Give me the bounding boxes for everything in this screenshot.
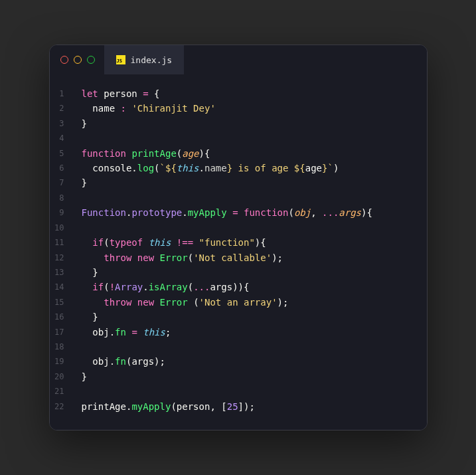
line-number: 8 [50,191,76,205]
line-number: 20 [50,369,76,384]
line-number: 15 [50,295,76,310]
line-number: 9 [50,205,76,220]
line-number: 1 [50,86,76,101]
code-content: } [76,310,98,324]
code-content: function printAge(age){ [76,146,210,161]
code-content [76,221,82,235]
code-content: printAge.myApply(person, [25]); [76,399,255,414]
code-line: 17 obj.fn = this; [50,325,427,339]
code-content: if(typeof this !== "function"){ [76,235,266,250]
code-line: 18 [50,339,427,354]
code-line: 8 [50,191,427,205]
line-number: 17 [50,325,76,339]
code-content: } [76,369,87,384]
line-number: 4 [50,131,76,145]
line-number: 14 [50,280,76,294]
line-number: 10 [50,221,76,235]
code-content [76,384,82,399]
code-content: } [76,175,87,190]
code-line: 4 [50,131,427,145]
code-editor[interactable]: 1let person = {2 name : 'Chiranjit Dey'3… [50,74,427,430]
code-content: } [76,116,87,131]
titlebar: JS index.js [50,45,427,74]
close-icon[interactable] [60,56,68,64]
code-line: 15 throw new Error ('Not an array'); [50,295,427,310]
line-number: 3 [50,116,76,131]
code-content: throw new Error ('Not an array'); [76,295,289,310]
code-content: obj.fn(args); [76,354,165,369]
line-number: 18 [50,339,76,354]
code-content: } [76,265,98,280]
code-line: 13 } [50,265,427,280]
code-line: 6 console.log(`${this.name} is of age ${… [50,161,427,175]
maximize-icon[interactable] [87,56,95,64]
code-line: 7} [50,175,427,190]
code-line: 22printAge.myApply(person, [25]); [50,399,427,414]
line-number: 22 [50,399,76,414]
code-content [76,339,82,354]
code-line: 1let person = { [50,86,427,101]
code-content: throw new Error('Not callable'); [76,250,283,265]
line-number: 7 [50,175,76,190]
line-number: 6 [50,161,76,175]
js-file-icon: JS [116,55,125,64]
line-number: 5 [50,146,76,161]
tab-filename: index.js [131,55,173,65]
code-content: Function.prototype.myApply = function(ob… [76,205,372,220]
tab-active[interactable]: JS index.js [104,45,185,74]
line-number: 21 [50,384,76,399]
code-line: 2 name : 'Chiranjit Dey' [50,101,427,116]
code-line: 10 [50,221,427,235]
line-number: 2 [50,101,76,116]
line-number: 19 [50,354,76,369]
line-number: 12 [50,250,76,265]
code-line: 11 if(typeof this !== "function"){ [50,235,427,250]
code-content [76,191,82,205]
code-content: let person = { [76,86,160,101]
code-content: name : 'Chiranjit Dey' [76,101,216,116]
code-line: 9Function.prototype.myApply = function(o… [50,205,427,220]
code-line: 14 if(!Array.isArray(...args)){ [50,280,427,294]
code-line: 20} [50,369,427,384]
minimize-icon[interactable] [74,56,82,64]
line-number: 11 [50,235,76,250]
code-content: if(!Array.isArray(...args)){ [76,280,250,294]
code-line: 3} [50,116,427,131]
window-controls [60,56,95,64]
line-number: 13 [50,265,76,280]
code-line: 16 } [50,310,427,324]
code-line: 5function printAge(age){ [50,146,427,161]
code-line: 12 throw new Error('Not callable'); [50,250,427,265]
code-content [76,131,82,145]
code-line: 19 obj.fn(args); [50,354,427,369]
line-number: 16 [50,310,76,324]
code-content: console.log(`${this.name} is of age ${ag… [76,161,339,175]
code-content: obj.fn = this; [76,325,171,339]
code-line: 21 [50,384,427,399]
editor-window: JS index.js 1let person = {2 name : 'Chi… [49,45,428,430]
